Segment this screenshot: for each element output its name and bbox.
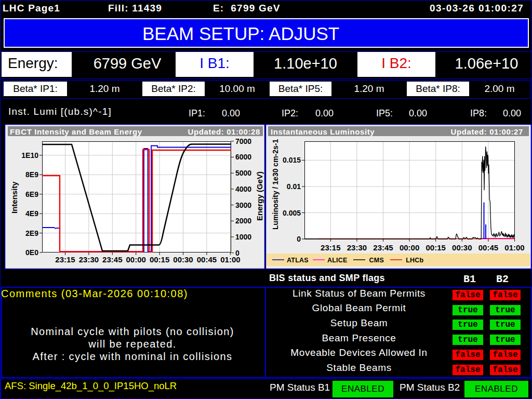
svg-text:01:00: 01:00 <box>504 243 524 252</box>
svg-text:00:00: 00:00 <box>400 243 419 252</box>
svg-text:CMS: CMS <box>369 257 384 264</box>
svg-text:8E9: 8E9 <box>25 170 38 179</box>
svg-text:23:30: 23:30 <box>79 255 99 264</box>
svg-text:00:30: 00:30 <box>173 255 193 264</box>
svg-text:23:45: 23:45 <box>102 255 122 264</box>
svg-text:00:00: 00:00 <box>126 255 146 264</box>
svg-text:ATLAS: ATLAS <box>287 257 309 264</box>
svg-text:1E10: 1E10 <box>21 151 38 159</box>
svg-text:2000: 2000 <box>235 217 251 225</box>
svg-text:2E9: 2E9 <box>25 229 38 237</box>
svg-text:00:30: 00:30 <box>452 243 472 252</box>
svg-text:00:45: 00:45 <box>478 243 498 252</box>
svg-text:0E0: 0E0 <box>25 248 38 257</box>
svg-text:00:15: 00:15 <box>426 243 446 252</box>
svg-text:4000: 4000 <box>235 185 251 193</box>
svg-text:6000: 6000 <box>235 153 251 161</box>
svg-text:0.015: 0.015 <box>283 156 301 164</box>
svg-text:3000: 3000 <box>235 201 251 209</box>
svg-text:00:45: 00:45 <box>197 255 217 264</box>
svg-text:5000: 5000 <box>235 169 251 177</box>
svg-text:Updated: 01:00:28: Updated: 01:00:28 <box>188 127 260 136</box>
svg-text:0.01: 0.01 <box>287 182 301 191</box>
svg-text:01:00: 01:00 <box>220 255 240 264</box>
svg-text:Energy (GeV): Energy (GeV) <box>255 171 264 221</box>
svg-text:23:30: 23:30 <box>347 243 367 252</box>
svg-text:23:15: 23:15 <box>321 243 340 252</box>
svg-text:Updated: 01:00:27: Updated: 01:00:27 <box>451 127 523 136</box>
svg-text:6E9: 6E9 <box>25 190 38 198</box>
svg-text:FBCT Intensity and Beam Energy: FBCT Intensity and Beam Energy <box>10 127 142 136</box>
svg-text:LHCb: LHCb <box>406 257 423 264</box>
svg-text:23:45: 23:45 <box>373 243 393 252</box>
svg-text:23:15: 23:15 <box>55 255 75 264</box>
svg-text:0: 0 <box>297 235 301 243</box>
svg-text:Luminosity / 1e30 cm-2s-1: Luminosity / 1e30 cm-2s-1 <box>271 139 280 230</box>
svg-text:Intensity: Intensity <box>10 181 19 214</box>
svg-text:ALICE: ALICE <box>327 257 348 264</box>
svg-text:0.005: 0.005 <box>283 209 301 217</box>
svg-text:7000: 7000 <box>235 137 251 145</box>
svg-text:4E9: 4E9 <box>25 209 38 218</box>
svg-text:1000: 1000 <box>235 233 251 241</box>
svg-text:00:15: 00:15 <box>150 255 169 264</box>
svg-text:Instantaneous Luminosity: Instantaneous Luminosity <box>271 127 375 136</box>
